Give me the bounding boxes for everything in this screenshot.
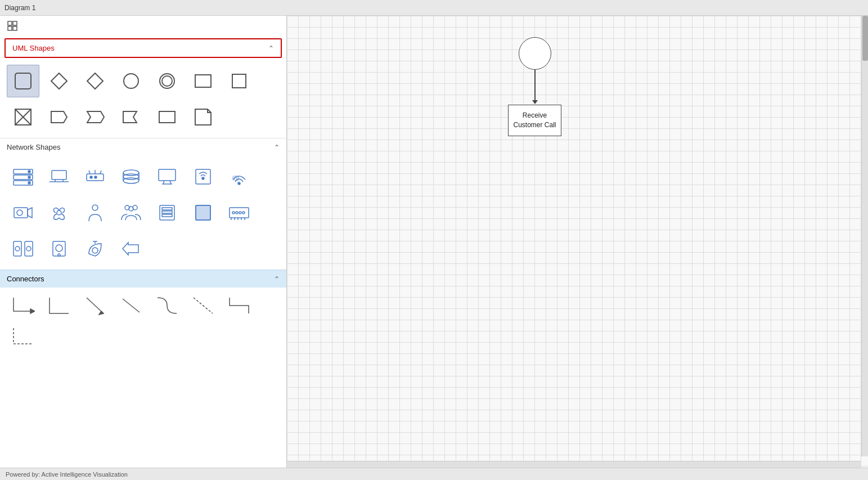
arrow-head	[532, 100, 538, 104]
uml-shape-chevron[interactable]	[79, 101, 111, 133]
net-speakers[interactable]	[7, 232, 39, 265]
svg-line-43	[170, 181, 171, 184]
svg-rect-58	[162, 208, 172, 210]
svg-point-79	[58, 254, 60, 256]
net-biohazard[interactable]	[43, 196, 75, 229]
svg-rect-1	[13, 21, 17, 25]
net-person[interactable]	[79, 196, 111, 229]
svg-point-80	[92, 248, 98, 253]
svg-line-87	[123, 299, 140, 312]
uml-shape-double-circle[interactable]	[151, 65, 183, 97]
connectors-section-header[interactable]: Connectors ⌃	[0, 270, 286, 288]
net-camera[interactable]	[7, 196, 39, 229]
uml-shape-folded[interactable]	[187, 101, 219, 133]
net-device[interactable]	[187, 160, 219, 193]
uml-shape-rect[interactable]	[187, 65, 219, 97]
svg-point-46	[202, 177, 204, 180]
conn-l-shape[interactable]	[43, 292, 75, 319]
connectors-collapse-icon[interactable]: ⌃	[274, 275, 280, 283]
conn-dashed[interactable]	[187, 292, 219, 319]
uml-shape-rect2[interactable]	[223, 65, 255, 97]
footer: Powered by: Active Intelligence Visualiz…	[0, 468, 868, 480]
network-section-label: Network Shapes	[7, 143, 60, 151]
uml-shapes-grid	[0, 60, 286, 138]
svg-marker-86	[99, 311, 104, 315]
svg-marker-5	[51, 73, 67, 89]
svg-point-67	[242, 212, 245, 214]
svg-point-52	[57, 210, 61, 215]
net-speaker-single[interactable]	[43, 232, 75, 265]
uml-shape-arrow-right[interactable]	[43, 101, 75, 133]
left-panel: UML Shapes ⌃	[0, 16, 287, 468]
uml-shape-diamond2[interactable]	[79, 65, 111, 97]
svg-marker-15	[51, 111, 67, 123]
network-collapse-icon[interactable]: ⌃	[274, 143, 280, 151]
svg-point-53	[92, 205, 98, 210]
net-box[interactable]	[187, 196, 219, 229]
svg-rect-59	[162, 211, 172, 213]
conn-curve[interactable]	[151, 292, 183, 319]
svg-rect-18	[159, 111, 175, 123]
net-patch-panel[interactable]	[223, 196, 255, 229]
net-storage[interactable]	[115, 160, 147, 193]
connectors-section-label: Connectors	[7, 275, 44, 283]
uml-shape-x[interactable]	[7, 101, 39, 133]
svg-marker-84	[30, 309, 35, 313]
panel-header	[0, 16, 286, 36]
conn-straight[interactable]	[115, 292, 147, 319]
horizontal-scrollbar[interactable]	[287, 461, 861, 468]
uml-shape-flag[interactable]	[115, 101, 147, 133]
connectors-grid	[0, 288, 286, 354]
svg-rect-3	[13, 26, 17, 30]
net-server2[interactable]	[151, 196, 183, 229]
svg-point-24	[28, 176, 30, 178]
svg-point-40	[123, 174, 139, 180]
net-router[interactable]	[79, 160, 111, 193]
align-icon	[6, 19, 19, 33]
svg-marker-16	[87, 111, 104, 123]
net-monitor[interactable]	[151, 160, 183, 193]
uml-shape-plain-rect[interactable]	[151, 101, 183, 133]
uml-section-label: UML Shapes	[12, 44, 55, 52]
diagram-canvas[interactable]: ReceiveCustomer Call	[287, 16, 868, 468]
svg-point-23	[28, 171, 30, 173]
top-bar: Diagram 1	[0, 0, 868, 16]
svg-line-31	[89, 171, 90, 174]
svg-point-51	[17, 210, 23, 216]
svg-rect-73	[14, 241, 21, 256]
main-area: UML Shapes ⌃	[0, 16, 868, 468]
svg-marker-50	[28, 208, 32, 218]
start-circle[interactable]	[519, 37, 551, 70]
svg-rect-74	[25, 241, 33, 256]
net-group[interactable]	[115, 196, 147, 229]
conn-stepped[interactable]	[223, 292, 255, 319]
footer-text: Powered by: Active Intelligence Visualiz…	[6, 471, 128, 478]
net-dome-camera[interactable]	[79, 232, 111, 265]
svg-point-7	[124, 74, 138, 88]
svg-point-78	[56, 245, 62, 252]
uml-shape-diamond[interactable]	[43, 65, 75, 97]
net-laptop[interactable]	[43, 160, 75, 193]
net-back-arrow[interactable]	[115, 232, 147, 265]
scrollbar-thumb[interactable]	[862, 16, 868, 61]
net-wireless[interactable]: (())	[223, 160, 255, 193]
uml-shape-rounded-rect[interactable]	[7, 65, 39, 97]
conn-elbow-arrow[interactable]	[7, 292, 39, 319]
canvas-scroll: ReceiveCustomer Call	[287, 16, 868, 468]
grid-background	[287, 16, 868, 468]
uml-section-header[interactable]: UML Shapes ⌃	[5, 38, 282, 58]
vertical-scrollbar[interactable]	[861, 16, 868, 456]
net-server-stack[interactable]	[7, 160, 39, 193]
uml-shape-circle[interactable]	[115, 65, 147, 97]
uml-collapse-icon[interactable]: ⌃	[268, 44, 274, 52]
svg-rect-26	[52, 171, 66, 180]
svg-rect-60	[162, 214, 172, 217]
network-section-header[interactable]: Network Shapes ⌃	[0, 138, 286, 156]
connector-line	[534, 70, 536, 101]
svg-rect-2	[8, 26, 12, 30]
receive-customer-call-rect[interactable]: ReceiveCustomer Call	[508, 105, 561, 136]
conn-dashed-elbow[interactable]	[7, 322, 39, 349]
svg-marker-6	[87, 73, 103, 89]
conn-diagonal-arrow[interactable]	[79, 292, 111, 319]
svg-text:(()): (())	[232, 175, 239, 181]
